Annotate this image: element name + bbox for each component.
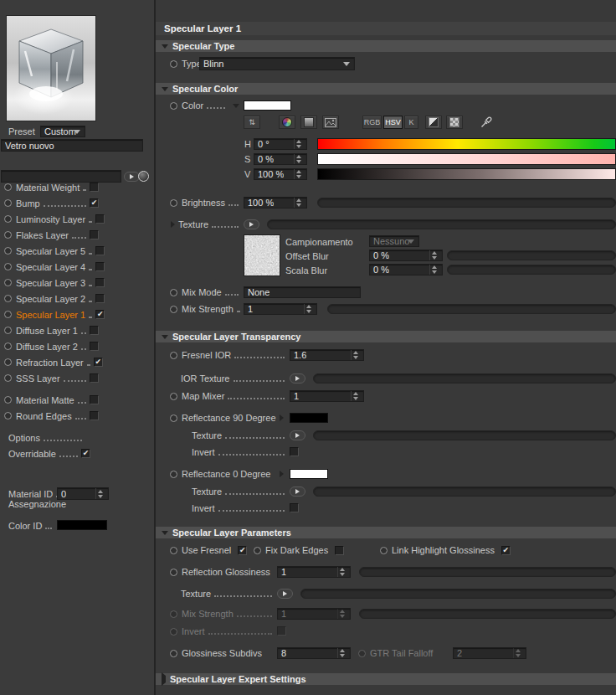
spectrum-button[interactable] <box>300 116 317 129</box>
param-dot[interactable] <box>170 199 177 207</box>
section-header-specular-type[interactable]: Specular Type <box>156 40 616 52</box>
channel-checkbox[interactable] <box>95 278 105 287</box>
glossiness-subdivs-spinner[interactable]: 8 <box>277 647 351 659</box>
use-fresnel-checkbox[interactable]: ✔ <box>238 546 247 555</box>
param-dot[interactable] <box>170 60 177 68</box>
sampling-dropdown[interactable]: Nessuno <box>369 235 419 247</box>
channel-specular-layer-1-selected[interactable]: Specular Layer 1✔ <box>0 306 99 322</box>
channel-flakes-layer[interactable]: Flakes Layer <box>0 227 99 243</box>
spinner-arrows-icon[interactable] <box>294 198 303 208</box>
channel-checkbox[interactable]: ✔ <box>95 310 105 319</box>
spinner-arrows-icon[interactable] <box>294 154 303 164</box>
reflectance-90-swatch[interactable] <box>290 413 328 423</box>
spinner-arrows-icon[interactable] <box>294 139 303 149</box>
param-dot[interactable] <box>170 393 177 400</box>
channel-diffuse-layer-2[interactable]: Diffuse Layer 2 <box>0 338 99 354</box>
color-wheel-button[interactable] <box>279 116 295 129</box>
texture-popup-button[interactable] <box>290 430 305 440</box>
eyedropper-button[interactable] <box>478 116 495 129</box>
channel-dot[interactable] <box>4 247 12 255</box>
value-spinner[interactable]: 100 % <box>254 168 307 180</box>
texture-popup-button[interactable] <box>277 589 293 599</box>
channel-specular-layer-4[interactable]: Specular Layer 4 <box>0 259 99 275</box>
hue-spinner[interactable]: 0 ° <box>254 138 307 150</box>
texture-link-bar[interactable] <box>300 589 616 599</box>
channel-dot[interactable] <box>4 215 12 223</box>
compact-picker-button[interactable]: ⇅ <box>244 116 260 129</box>
color-id-swatch[interactable] <box>57 520 107 530</box>
channel-dot[interactable] <box>4 263 12 270</box>
channel-checkbox[interactable] <box>90 342 99 351</box>
value-gradient-slider[interactable] <box>317 168 616 180</box>
reflection-glossiness-spinner[interactable]: 1 <box>277 566 351 578</box>
options-item[interactable]: Options <box>0 430 85 445</box>
expander-triangle-icon[interactable] <box>280 471 284 477</box>
invert-checkbox[interactable] <box>290 503 299 512</box>
spinner-arrows-icon[interactable] <box>304 304 313 314</box>
param-dot[interactable] <box>170 471 177 478</box>
spinner-arrows-icon[interactable] <box>294 169 303 179</box>
channel-bump[interactable]: Bump✔ <box>0 195 99 211</box>
brightness-spinner[interactable]: 100 % <box>244 197 307 208</box>
param-dot[interactable] <box>170 352 177 359</box>
channel-specular-layer-5[interactable]: Specular Layer 5 <box>0 243 99 259</box>
channel-round-edges[interactable]: Round Edges <box>0 408 99 424</box>
ior-texture-popup-button[interactable] <box>290 373 305 384</box>
overridable-item[interactable]: Overridable✔ <box>0 445 90 461</box>
texture-popup-button[interactable] <box>244 219 259 229</box>
scale-blur-spinner[interactable]: 0 % <box>369 264 443 275</box>
spinner-arrows-icon[interactable] <box>429 250 439 260</box>
texture-thumbnail[interactable] <box>244 234 280 276</box>
mix-mode-dropdown[interactable]: None <box>244 286 361 298</box>
overridable-checkbox[interactable]: ✔ <box>81 449 90 458</box>
texture-link-bar[interactable] <box>267 219 616 229</box>
channel-dot[interactable] <box>4 327 12 334</box>
channel-checkbox[interactable] <box>95 262 105 271</box>
kelvin-mode-button[interactable]: K <box>404 116 418 129</box>
channel-dot[interactable] <box>4 311 12 318</box>
param-dot[interactable] <box>170 102 177 110</box>
channel-dot[interactable] <box>4 279 12 286</box>
spinner-arrows-icon[interactable] <box>429 265 439 275</box>
channel-checkbox[interactable] <box>90 395 99 404</box>
mix-strength-spinner[interactable]: 1 <box>244 303 317 315</box>
fresnel-ior-spinner[interactable]: 1.6 <box>290 349 364 361</box>
channel-dot[interactable] <box>4 231 12 239</box>
mix-strength-slider[interactable] <box>327 304 616 314</box>
material-id-spinner[interactable]: 0 <box>57 487 109 500</box>
channel-checkbox[interactable] <box>90 326 99 335</box>
section-header-parameters[interactable]: Specular Layer Parameters <box>156 527 616 538</box>
param-d ot[interactable] <box>254 547 261 554</box>
channel-dot[interactable] <box>4 374 12 382</box>
spinner-arrows-icon[interactable] <box>337 567 346 577</box>
channel-checkbox[interactable]: ✔ <box>94 358 103 367</box>
offset-blur-slider[interactable] <box>447 250 616 260</box>
spinner-arrows-icon[interactable] <box>351 391 360 401</box>
channel-dot[interactable] <box>4 199 12 207</box>
expander-triangle-icon[interactable] <box>280 414 284 421</box>
channel-checkbox[interactable] <box>90 183 99 192</box>
channel-refraction-layer[interactable]: Refraction Layer✔ <box>0 354 99 370</box>
channel-checkbox[interactable]: ✔ <box>90 198 99 208</box>
channel-checkbox[interactable] <box>90 230 99 239</box>
expander-triangle-icon[interactable] <box>171 221 175 228</box>
specular-color-swatch[interactable] <box>244 100 291 111</box>
mixer-button[interactable] <box>425 116 442 129</box>
section-header-specular-color[interactable]: Specular Color <box>156 83 616 95</box>
channel-checkbox[interactable] <box>95 214 105 224</box>
param-dot[interactable] <box>170 289 177 296</box>
link-highlight-checkbox[interactable]: ✔ <box>501 546 511 555</box>
color-expander-icon[interactable] <box>233 104 239 108</box>
spinner-arrows-icon[interactable] <box>95 488 105 499</box>
param-dot[interactable] <box>170 547 177 554</box>
channel-checkbox[interactable] <box>95 294 105 303</box>
param-dot[interactable] <box>170 569 177 576</box>
offset-blur-spinner[interactable]: 0 % <box>369 250 443 261</box>
type-dropdown[interactable]: Blinn <box>199 57 355 70</box>
shader-ball-icon[interactable] <box>138 171 149 182</box>
saturation-spinner[interactable]: 0 % <box>254 153 307 165</box>
invert-checkbox[interactable] <box>290 447 299 456</box>
channel-material-matte[interactable]: Material Matte <box>0 392 99 408</box>
reflection-glossiness-slider[interactable] <box>359 567 616 577</box>
texture-popup-button[interactable] <box>290 486 305 497</box>
